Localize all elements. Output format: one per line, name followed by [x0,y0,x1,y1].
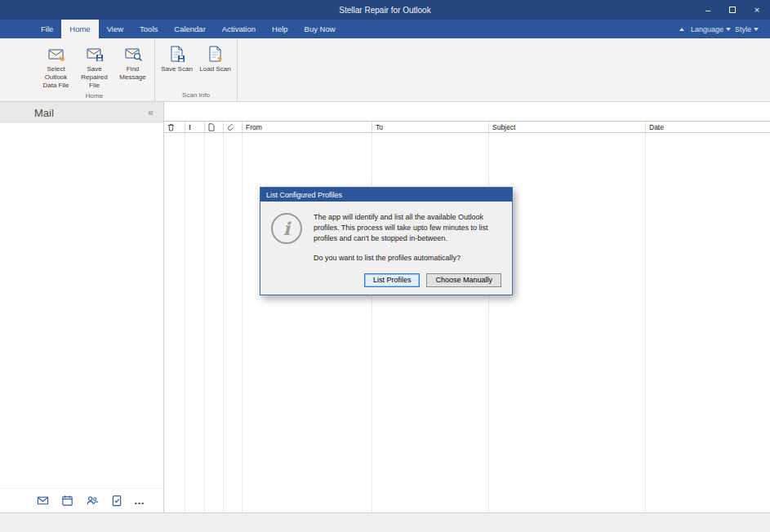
ribbon-group-scan-info: Save Scan Load Scan Scan Info [155,38,238,101]
contacts-view-button[interactable] [85,494,99,508]
importance-label: ! [189,123,191,131]
select-outlook-data-file-icon [47,42,66,64]
tab-view[interactable]: View [99,20,131,38]
content-area: Mail « [0,102,770,512]
document-icon [208,123,215,131]
find-message-icon [123,42,143,64]
collapse-sidebar-icon[interactable]: « [148,107,154,118]
ribbon-group-label: Scan Info [158,91,234,100]
column-date[interactable]: Date [646,122,770,132]
collapse-ribbon-icon[interactable] [679,28,684,31]
subject-label: Subject [492,123,515,131]
to-label: To [376,123,383,131]
column-to[interactable]: To [372,122,489,132]
tasks-icon [111,494,122,507]
contacts-icon [86,494,99,507]
calendar-view-button[interactable] [60,494,74,508]
dialog-buttons: List Profiles Choose Manually [271,273,501,287]
style-dropdown[interactable]: Style [735,25,759,33]
style-label: Style [735,25,751,33]
trash-icon [167,123,175,131]
ribbon-group-label: Home [37,91,152,101]
tab-tools[interactable]: Tools [131,20,166,38]
sidebar-footer: … [0,488,163,512]
tasks-view-button[interactable] [109,494,123,508]
language-label: Language [691,25,723,33]
minimize-button[interactable]: – [703,5,713,15]
column-item-type[interactable] [205,122,224,132]
tab-calendar[interactable]: Calendar [166,20,214,38]
list-configured-profiles-dialog: List Configured Profiles i The app will … [260,187,513,295]
title-bar: Stellar Repair for Outlook – × [0,0,770,20]
ribbon-toolbar: Select Outlook Data File Save Repaired F… [0,38,770,102]
column-from[interactable]: From [243,122,372,132]
close-button[interactable]: × [752,5,762,15]
ribbon-button-label: Save Repaired File [76,65,113,90]
grid-column [224,133,243,512]
sidebar-title: Mail [34,107,54,119]
chevron-down-icon [726,28,731,31]
maximize-button[interactable] [728,5,737,15]
mail-view-button[interactable] [36,494,50,508]
grid-column [205,133,224,512]
ribbon-button-label: Save Scan [161,65,193,73]
date-label: Date [649,123,664,131]
save-repaired-file-button[interactable]: Save Repaired File [75,41,113,91]
tab-file[interactable]: File [33,20,61,38]
app-window: Stellar Repair for Outlook – × File Home… [0,0,770,532]
grid-column [164,133,185,512]
more-views-button[interactable]: … [134,497,145,505]
ribbon-button-label: Select Outlook Data File [38,65,74,90]
mail-list-area: ! From To [164,102,770,512]
dialog-title: List Configured Profiles [266,191,342,199]
save-repaired-file-icon [85,42,105,64]
grid-column [185,133,205,512]
select-outlook-data-file-button[interactable]: Select Outlook Data File [37,41,75,91]
chevron-down-icon [754,28,759,31]
find-message-button[interactable]: Find Message [113,41,152,91]
load-scan-button[interactable]: Load Scan [196,41,234,91]
language-dropdown[interactable]: Language [691,25,731,33]
save-scan-button[interactable]: Save Scan [158,41,196,91]
window-title: Stellar Repair for Outlook [339,6,430,15]
paperclip-icon [227,123,234,131]
list-profiles-button[interactable]: List Profiles [364,273,421,287]
calendar-icon [61,494,73,507]
column-subject[interactable]: Subject [489,122,646,132]
from-label: From [246,123,262,131]
tab-help[interactable]: Help [264,20,296,38]
sidebar-header: Mail « [0,102,163,123]
mail-sidebar: Mail « [0,102,164,512]
window-controls: – × [703,0,762,20]
mail-icon [37,494,49,507]
dialog-question: Do you want to list the profiles automat… [314,253,501,264]
dialog-title-bar[interactable]: List Configured Profiles [260,188,512,202]
menubar-right: Language Style [679,20,770,38]
column-attachment[interactable] [224,122,243,132]
column-delete[interactable] [164,122,185,132]
ribbon-button-label: Load Scan [199,65,230,73]
save-scan-icon [167,42,187,64]
dialog-body: i The app will identify and list all the… [260,202,512,295]
mail-list-header: ! From To [164,121,770,133]
tab-activation[interactable]: Activation [214,20,264,38]
mail-tree-panel[interactable] [0,123,163,488]
maximize-icon [729,7,736,13]
grid-column [646,133,770,512]
status-bar [0,512,770,532]
info-icon: i [271,213,302,244]
column-importance[interactable]: ! [185,122,205,132]
load-scan-icon [206,42,225,64]
tab-home[interactable]: Home [61,20,98,38]
choose-manually-button[interactable]: Choose Manually [426,273,501,287]
ribbon-button-label: Find Message [114,65,151,82]
ribbon-group-home: Select Outlook Data File Save Repaired F… [34,38,155,101]
menu-bar: File Home View Tools Calendar Activation… [0,20,770,38]
tab-buy-now[interactable]: Buy Now [296,20,344,38]
dialog-message: The app will identify and list all the a… [314,212,501,244]
